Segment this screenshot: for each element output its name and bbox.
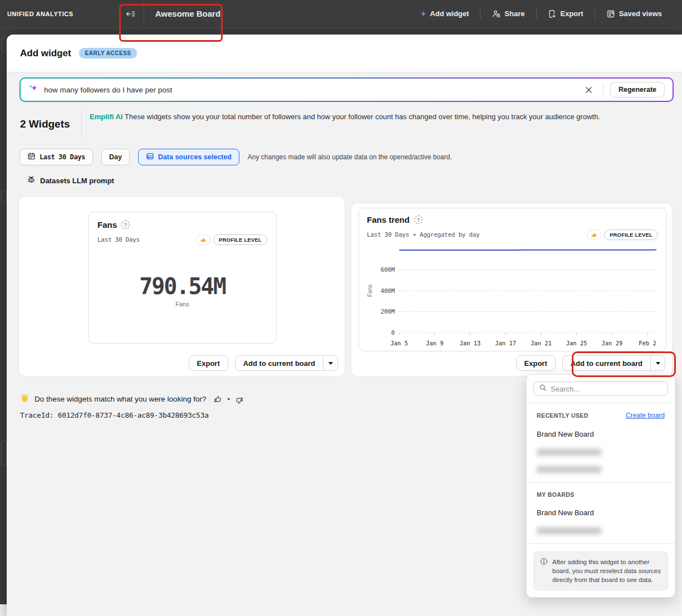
thumb-up-badge[interactable]: [196, 234, 210, 245]
fans-kpi-preview: Fans ? Last 30 Days PROFILE LEVEL 790.54…: [88, 212, 277, 344]
svg-text:Jan 13: Jan 13: [459, 340, 480, 346]
chevron-down-icon: [328, 362, 333, 365]
share-button[interactable]: Share: [480, 9, 536, 18]
thumbs-up-button[interactable]: [213, 395, 222, 404]
sparkle-icon: [28, 84, 38, 96]
trace-id: TraceId: 6012d7f0-8737-4c86-ac89-3b42869…: [20, 411, 209, 419]
top-bar: UNIFIED ANALYTICS Awesome Board + Add wi…: [0, 0, 682, 28]
topbar-actions: + Add widget Share Exp: [409, 9, 682, 19]
data-sources-icon: [146, 152, 154, 162]
my-boards-header: MY BOARDS: [537, 491, 575, 498]
fans-trend-widget-card: Fans trend ? Last 30 Days • Aggregated b…: [351, 203, 673, 377]
export-widget-button[interactable]: Export: [516, 355, 556, 371]
collapse-sidebar-icon[interactable]: [125, 8, 137, 20]
background-ui-sliver: [1, 440, 7, 466]
fans-trend-chart: 0200M400M600MJan 5Jan 9Jan 13Jan 17Jan 2…: [367, 242, 660, 349]
feedback-question: Do these widgets match what you were loo…: [35, 395, 206, 403]
saved-views-icon: [606, 9, 615, 18]
blurred-board-name: [537, 527, 601, 534]
thumb-up-badge[interactable]: [587, 229, 601, 240]
svg-text:Jan 29: Jan 29: [601, 340, 622, 346]
svg-text:200M: 200M: [381, 308, 395, 315]
widget-subtitle: Last 30 Days: [97, 236, 140, 243]
help-icon[interactable]: ?: [414, 216, 423, 224]
thumbs-down-button[interactable]: [235, 396, 244, 405]
export-document-icon: [548, 9, 557, 18]
search-icon: [539, 384, 547, 394]
svg-text:Jan 21: Jan 21: [531, 340, 552, 346]
clear-prompt-icon[interactable]: [582, 82, 596, 97]
widget-title: Fans trend: [367, 215, 410, 224]
date-range-chip[interactable]: Last 30 Days: [19, 149, 93, 165]
board-list-item-blurred[interactable]: [533, 466, 668, 473]
bug-icon: [27, 175, 36, 186]
feedback-separator: •: [227, 395, 230, 403]
export-widget-button[interactable]: Export: [189, 355, 228, 371]
help-icon[interactable]: ?: [121, 221, 130, 229]
create-board-link[interactable]: Create board: [626, 412, 665, 419]
board-list-item-blurred[interactable]: [533, 449, 668, 456]
ai-description: These widgets show you your total number…: [125, 113, 600, 121]
filters-note: Any changes made will also update data o…: [248, 153, 452, 161]
waving-hand-icon: [20, 393, 30, 405]
fans-kpi-value: 790.54M: [139, 273, 225, 299]
topbar-divider: [144, 0, 144, 28]
svg-text:Jan 9: Jan 9: [426, 340, 444, 346]
plus-icon: +: [420, 9, 426, 18]
add-to-current-board-button[interactable]: Add to current board: [235, 356, 323, 370]
profile-level-badge: PROFILE LEVEL: [213, 234, 267, 245]
feedback-row: Do these widgets match what you were loo…: [20, 393, 244, 405]
early-access-badge: EARLY ACCESS: [79, 48, 138, 58]
background-ui-sliver: [1, 37, 7, 52]
recently-used-header: RECENTLY USED: [537, 412, 588, 419]
export-button[interactable]: Export: [537, 9, 595, 18]
product-name: UNIFIED ANALYTICS: [7, 11, 73, 17]
modal-header: Add widget EARLY ACCESS: [7, 35, 682, 72]
fans-trend-chart-container: 0200M400M600MJan 5Jan 9Jan 13Jan 17Jan 2…: [367, 242, 658, 349]
data-sources-chip[interactable]: Data sources selected: [138, 149, 239, 165]
modal-bottom-left-patch: [0, 604, 7, 616]
profile-level-badge: PROFILE LEVEL: [604, 229, 658, 240]
granularity-chip[interactable]: Day: [101, 149, 130, 165]
board-list-item[interactable]: Brand New Board: [533, 509, 668, 517]
info-icon: [540, 558, 548, 584]
widget-title: Fans: [97, 220, 117, 229]
fans-trend-preview: Fans trend ? Last 30 Days • Aggregated b…: [359, 208, 666, 351]
board-picker-info-note: After adding this widget to another boar…: [533, 551, 668, 590]
board-title[interactable]: Awesome Board: [155, 9, 220, 18]
ai-prompt-input[interactable]: how many followers do I have per post Re…: [19, 77, 674, 102]
board-search-box[interactable]: [533, 382, 668, 396]
svg-text:Fans: Fans: [367, 285, 373, 297]
prompt-text[interactable]: how many followers do I have per post: [44, 86, 582, 94]
datasets-llm-prompt[interactable]: Datasets LLM prompt: [27, 175, 114, 186]
regenerate-button[interactable]: Regenerate: [610, 82, 665, 97]
svg-text:Jan 25: Jan 25: [566, 340, 587, 346]
background-ui-sliver: [1, 190, 7, 202]
board-picker-caret[interactable]: [650, 356, 665, 370]
saved-views-button[interactable]: Saved views: [595, 9, 673, 18]
svg-text:400M: 400M: [381, 287, 395, 294]
share-person-icon: [492, 9, 501, 18]
add-to-current-board-button[interactable]: Add to current board: [563, 356, 650, 370]
fans-kpi-caption: Fans: [175, 301, 189, 307]
svg-text:600M: 600M: [381, 266, 395, 273]
widget-subtitle: Last 30 Days • Aggregated by day: [367, 231, 479, 238]
board-list-item-blurred[interactable]: [533, 527, 668, 534]
svg-text:Jan 5: Jan 5: [390, 340, 408, 346]
calendar-icon: [27, 152, 36, 162]
emplifi-ai-label: Emplifi AI: [90, 113, 122, 121]
widgets-count: 2 Widgets: [20, 110, 81, 138]
chevron-down-icon: [656, 362, 660, 365]
add-widget-button[interactable]: + Add widget: [409, 9, 480, 18]
board-search-input[interactable]: [551, 385, 663, 393]
add-to-board-split-button: Add to current board: [562, 355, 665, 371]
board-picker-caret[interactable]: [323, 356, 337, 370]
blurred-board-name: [537, 449, 601, 456]
modal-title: Add widget: [20, 48, 71, 59]
fans-widget-card: Fans ? Last 30 Days PROFILE LEVEL 790.54…: [18, 196, 345, 377]
filters-row: Last 30 Days Day Data sources selected A…: [19, 149, 452, 165]
board-list-item[interactable]: Brand New Board: [533, 430, 668, 438]
svg-text:Feb 2: Feb 2: [639, 340, 656, 346]
svg-text:0: 0: [391, 329, 395, 336]
svg-text:Jan 17: Jan 17: [495, 340, 516, 346]
